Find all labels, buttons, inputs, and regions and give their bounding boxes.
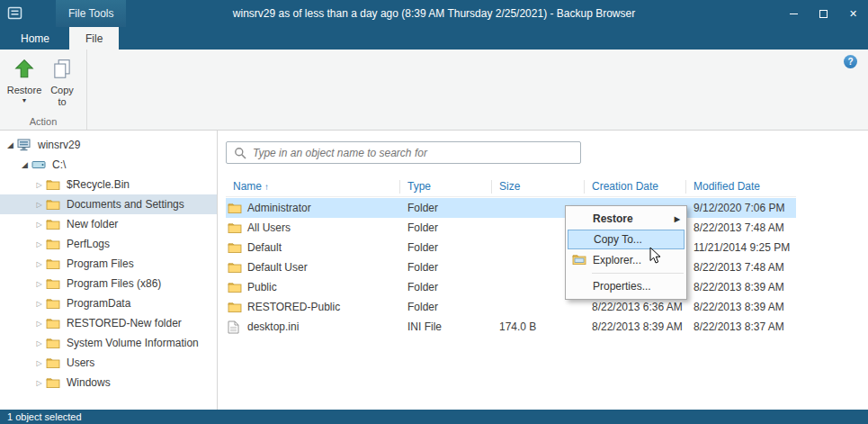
- file-row-public[interactable]: PublicFolder8/22/2013 8:39 AM: [226, 277, 796, 297]
- menu-separator: [592, 273, 684, 274]
- tree-item-label: $Recycle.Bin: [67, 178, 130, 191]
- folder-icon: [46, 177, 62, 192]
- tree-item-label: C:\: [52, 158, 66, 171]
- file-modified-date-cell: 8/22/2013 8:37 AM: [686, 320, 796, 333]
- column-header-modified-date[interactable]: Modified Date: [686, 180, 796, 194]
- file-name-cell: desktop.ini: [226, 320, 400, 334]
- tree-item-label: Program Files: [67, 257, 134, 270]
- file-size-cell: 174.0 B: [492, 320, 585, 333]
- list-rows: AdministratorFolder9/12/2020 7:06 PMAll …: [226, 198, 796, 337]
- folder-icon: [228, 261, 242, 274]
- menu-item-explorer[interactable]: Explorer...: [566, 249, 686, 271]
- file-name-cell: RESTORED-Public: [226, 301, 400, 313]
- tree-expand-arrow-icon[interactable]: ▷: [32, 320, 46, 328]
- file-row-default[interactable]: DefaultFolder11/21/2014 9:25 PM: [226, 238, 796, 257]
- tree-item-program-files[interactable]: ▷Program Files: [0, 254, 217, 274]
- tree-item-label: Windows: [67, 376, 111, 389]
- file-creation-date-cell: 8/22/2013 6:36 AM: [585, 301, 686, 313]
- file-name-label: Public: [247, 281, 277, 293]
- ribbon-group-action: Restore ▼ Copy to Action: [0, 50, 87, 130]
- menu-item-restore[interactable]: Restore▶: [566, 208, 686, 230]
- copy-to-button[interactable]: Copy to: [43, 52, 81, 113]
- folder-icon: [228, 281, 242, 293]
- column-header-type[interactable]: Type: [400, 180, 492, 194]
- file-row-administrator[interactable]: AdministratorFolder9/12/2020 7:06 PM: [226, 198, 796, 218]
- computer-icon: [17, 138, 33, 152]
- tree-item-label: ProgramData: [67, 297, 130, 310]
- search-box[interactable]: [226, 141, 581, 164]
- tree-item-users[interactable]: ▷Users: [0, 353, 217, 373]
- tree-item-documents-and-settings[interactable]: ▷Documents and Settings: [0, 194, 217, 214]
- maximize-button[interactable]: [809, 0, 838, 27]
- tree-expand-arrow-icon[interactable]: ▷: [32, 359, 46, 367]
- close-button[interactable]: ✕: [838, 0, 868, 27]
- tree-item-system-volume-information[interactable]: ▷System Volume Information: [0, 333, 217, 353]
- title-bar: File Tools winsrv29 as of less than a da…: [0, 0, 868, 27]
- copy-to-button-label: Copy to: [49, 85, 76, 108]
- menu-item-copy-to[interactable]: Copy To...: [568, 230, 685, 249]
- ribbon-group-label: Action: [0, 116, 86, 127]
- search-icon: [234, 147, 246, 159]
- folder-icon: [46, 217, 62, 231]
- tree-item-recycle-bin[interactable]: ▷$Recycle.Bin: [0, 175, 217, 194]
- file-type-cell: Folder: [400, 241, 492, 254]
- status-text: 1 object selected: [7, 411, 82, 422]
- file-name-cell: All Users: [226, 221, 400, 234]
- status-bar: 1 object selected: [0, 410, 868, 424]
- search-input[interactable]: [253, 142, 580, 163]
- tree-expand-arrow-icon[interactable]: ▷: [32, 339, 46, 347]
- column-header-size[interactable]: Size: [492, 180, 585, 194]
- tree-item-label: RESTORED-New folder: [67, 317, 182, 329]
- tree-item-new-folder[interactable]: ▷New folder: [0, 214, 217, 234]
- folder-icon: [46, 336, 62, 350]
- file-row-all-users[interactable]: All UsersFolder8/22/2013 7:48 AM: [226, 218, 796, 238]
- tree-expand-arrow-icon[interactable]: ▷: [32, 260, 46, 268]
- tree-expand-arrow-icon[interactable]: ▷: [32, 221, 46, 229]
- tree-item-restored-new-folder[interactable]: ▷RESTORED-New folder: [0, 313, 217, 333]
- tab-file[interactable]: File: [69, 27, 119, 50]
- tree-expand-arrow-icon[interactable]: ▷: [32, 201, 46, 209]
- tree-collapse-arrow-icon[interactable]: ◢: [4, 140, 17, 149]
- tree-expand-arrow-icon[interactable]: ▷: [32, 181, 46, 189]
- column-header-name[interactable]: Name↑: [226, 180, 400, 194]
- menu-item-properties[interactable]: Properties...: [566, 275, 686, 297]
- folder-icon: [228, 202, 242, 214]
- tree-collapse-arrow-icon[interactable]: ◢: [18, 160, 31, 169]
- file-name-cell: Default: [226, 241, 400, 254]
- file-type-cell: INI File: [400, 320, 492, 333]
- tree-item-perflogs[interactable]: ▷PerfLogs: [0, 234, 217, 254]
- explorer-icon: [572, 253, 586, 266]
- menu-item-label: Properties...: [593, 280, 651, 293]
- tree-item-windows[interactable]: ▷Windows: [0, 373, 217, 392]
- folder-icon: [46, 316, 62, 330]
- restore-button[interactable]: Restore ▼: [5, 52, 43, 113]
- tree-item-c[interactable]: ◢C:\: [0, 155, 217, 175]
- tree-expand-arrow-icon[interactable]: ▷: [32, 300, 46, 308]
- file-name-label: RESTORED-Public: [247, 301, 340, 313]
- tab-home[interactable]: Home: [7, 27, 63, 50]
- folder-icon: [228, 221, 242, 234]
- file-modified-date-cell: 8/22/2013 8:39 AM: [686, 301, 796, 313]
- restore-icon: [10, 56, 39, 83]
- minimize-button[interactable]: [779, 0, 809, 27]
- tree-expand-arrow-icon[interactable]: ▷: [32, 280, 46, 288]
- tree-item-program-files-x86[interactable]: ▷Program Files (x86): [0, 274, 217, 293]
- tree-item-winsrv29[interactable]: ◢winsrv29: [0, 135, 217, 155]
- ribbon-tabs: Home File: [7, 27, 868, 50]
- file-row-desktop-ini[interactable]: desktop.iniINI File174.0 B8/22/2013 8:39…: [226, 317, 796, 337]
- drive-icon: [31, 158, 48, 172]
- column-header-creation-date[interactable]: Creation Date: [585, 180, 686, 194]
- folder-icon: [228, 241, 242, 254]
- folder-icon: [46, 197, 62, 212]
- tree-expand-arrow-icon[interactable]: ▷: [32, 240, 46, 248]
- file-modified-date-cell: 11/21/2014 9:25 PM: [686, 241, 796, 254]
- tree-item-programdata[interactable]: ▷ProgramData: [0, 293, 217, 313]
- app-icon: [7, 6, 23, 21]
- help-button[interactable]: ?: [844, 55, 857, 68]
- file-row-default-user[interactable]: Default UserFolder8/22/2013 7:48 AM: [226, 257, 796, 277]
- tree-expand-arrow-icon[interactable]: ▷: [32, 379, 46, 387]
- file-name-cell: Default User: [226, 261, 400, 274]
- file-row-restored-public[interactable]: RESTORED-PublicFolder8/22/2013 6:36 AM8/…: [226, 297, 796, 317]
- folder-icon: [46, 296, 62, 311]
- minimize-icon: [790, 14, 798, 14]
